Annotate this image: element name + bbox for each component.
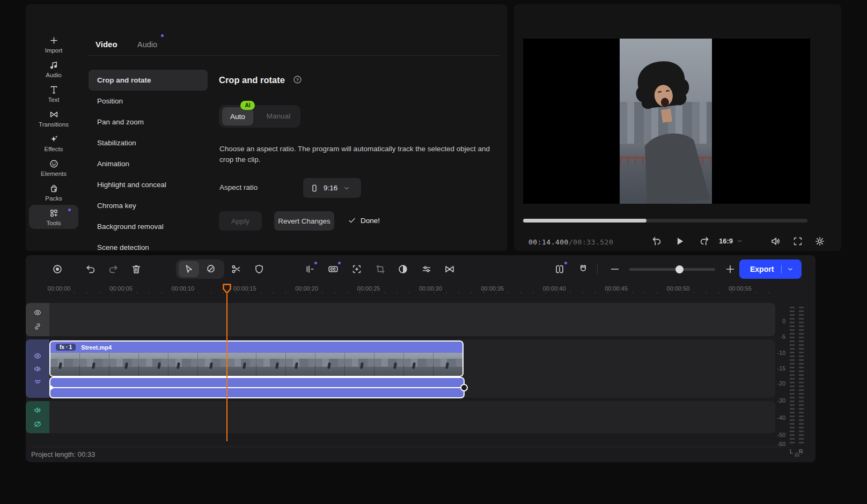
eye-off-icon[interactable] <box>33 420 42 428</box>
meter-db-label: -30 <box>773 397 785 404</box>
record-icon[interactable] <box>52 263 63 275</box>
menu-item-highlight-and-conceal[interactable]: Highlight and conceal <box>89 174 208 195</box>
step-forward-icon[interactable] <box>699 235 710 247</box>
tab-video[interactable]: Video <box>95 40 117 49</box>
aspect-ratio-select[interactable]: 9:16 <box>303 178 361 198</box>
clip-thumbnail <box>403 353 433 376</box>
step-back-icon[interactable] <box>651 235 663 247</box>
project-length-status: Project length: 00:33 <box>31 447 95 462</box>
zoom-slider-knob[interactable] <box>675 265 684 273</box>
split-scissors-icon[interactable] <box>230 263 242 275</box>
playhead-line[interactable] <box>226 294 227 441</box>
ruler-label: 00:00:10 <box>171 285 194 292</box>
export-chevron-icon[interactable] <box>787 265 794 273</box>
help-icon[interactable]: ? <box>292 75 303 85</box>
video-clip[interactable]: fx · 1 Street.mp4 <box>49 340 464 377</box>
snap-magnet-icon[interactable] <box>577 263 589 275</box>
volume-handle[interactable] <box>460 384 468 391</box>
chevron-down-icon <box>736 238 743 244</box>
eye-icon[interactable] <box>33 308 42 317</box>
clip-thumbnail <box>315 353 344 376</box>
audio-track-lane <box>49 401 775 433</box>
playhead-pin[interactable] <box>222 284 232 294</box>
sidebar-item-audio[interactable]: Audio <box>29 57 78 81</box>
menu-item-animation[interactable]: Animation <box>89 153 208 174</box>
sidebar-item-packs[interactable]: Packs <box>29 180 78 204</box>
sidebar-item-text[interactable]: Text <box>29 81 78 106</box>
filmstrip-icon[interactable] <box>33 377 42 386</box>
adjust-icon[interactable] <box>421 263 432 275</box>
audio-track-header[interactable] <box>26 401 49 433</box>
apply-button[interactable]: Apply <box>219 211 262 231</box>
sidebar-item-effects[interactable]: Effects <box>29 131 78 155</box>
preview-ratio-select[interactable]: 16:9 <box>719 237 743 245</box>
transition-icon[interactable] <box>444 263 455 275</box>
volume-icon[interactable] <box>770 235 782 247</box>
delete-icon[interactable] <box>130 263 142 275</box>
aspect-ratio-label: Aspect ratio <box>219 183 258 191</box>
zoom-out-icon[interactable] <box>609 263 621 275</box>
mode-auto-button[interactable]: Auto <box>222 107 253 125</box>
ruler-label: 00:00:00 <box>48 285 71 292</box>
speaker-icon[interactable] <box>33 406 42 414</box>
menu-item-position[interactable]: Position <box>89 91 208 112</box>
svg-text:?: ? <box>296 77 299 83</box>
eye-icon[interactable] <box>33 352 42 360</box>
zoom-in-icon[interactable] <box>724 263 736 275</box>
zoom-slider[interactable] <box>629 268 715 271</box>
export-divider <box>781 265 782 273</box>
menu-item-pan-and-zoom[interactable]: Pan and zoom <box>89 112 208 132</box>
export-button[interactable]: Export <box>739 260 802 279</box>
link-icon[interactable] <box>33 322 42 331</box>
audio-split-dot <box>314 262 317 264</box>
menu-item-chroma-key[interactable]: Chroma key <box>89 195 208 216</box>
sidebar-item-import[interactable]: Import <box>29 32 78 56</box>
overlay-track-header[interactable] <box>26 303 49 336</box>
revert-changes-button[interactable]: Revert Changes <box>274 211 334 231</box>
check-icon <box>348 216 356 225</box>
clip-header: fx · 1 Street.mp4 <box>50 342 462 353</box>
motion-track-icon[interactable] <box>351 263 363 275</box>
menu-item-stabilization[interactable]: Stabilization <box>89 132 208 153</box>
blade-tool-icon[interactable] <box>205 263 217 275</box>
ruler-label: 00:00:15 <box>233 285 256 292</box>
preview-split-dot <box>564 262 567 264</box>
crop-tool-icon[interactable] <box>374 263 386 275</box>
mask-shield-icon[interactable] <box>253 263 265 275</box>
menu-item-background-removal[interactable]: Background removal <box>89 216 208 237</box>
video-track-header[interactable] <box>26 339 49 398</box>
menu-item-crop-and-rotate[interactable]: Crop and rotate <box>89 70 208 91</box>
video-editor-app: ImportAudioTextTransitionsEffectsElement… <box>0 0 867 504</box>
level-meter-icon[interactable] <box>793 450 801 458</box>
speaker-icon[interactable] <box>33 365 42 373</box>
tab-audio[interactable]: Audio <box>137 40 157 49</box>
fade-in-handle[interactable] <box>50 385 54 390</box>
content-title: Crop and rotate <box>219 75 285 85</box>
settings-gear-icon[interactable] <box>814 235 826 247</box>
video-frame[interactable] <box>620 39 712 204</box>
sidebar-item-tools[interactable]: Tools <box>29 205 78 229</box>
preview-split-icon[interactable] <box>554 263 565 275</box>
audio-clip[interactable] <box>49 377 465 398</box>
music-icon <box>49 60 59 70</box>
captions-icon[interactable] <box>327 263 339 275</box>
mode-manual-button[interactable]: Manual <box>260 105 297 128</box>
clip-thumbnail <box>109 353 138 376</box>
audio-split-icon[interactable] <box>304 263 315 275</box>
undo-icon[interactable] <box>85 263 97 275</box>
sidebar-item-elements[interactable]: Elements <box>29 155 78 180</box>
sidebar-item-transitions[interactable]: Transitions <box>29 106 78 130</box>
sidebar-item-label: Packs <box>45 195 62 202</box>
select-tool-icon[interactable] <box>183 263 195 275</box>
captions-dot <box>338 262 341 264</box>
preview-progress-track[interactable] <box>523 219 807 223</box>
contrast-icon[interactable] <box>397 263 409 275</box>
volume-line[interactable] <box>50 387 464 388</box>
sparkles-icon <box>49 134 59 144</box>
clip-fx-badge: fx · 1 <box>56 344 76 351</box>
ruler-label: 00:00:20 <box>295 285 318 292</box>
redo-icon[interactable] <box>107 263 119 275</box>
fullscreen-icon[interactable] <box>792 235 804 247</box>
aspect-ratio-value: 9:16 <box>324 184 337 192</box>
play-icon[interactable] <box>674 235 686 247</box>
